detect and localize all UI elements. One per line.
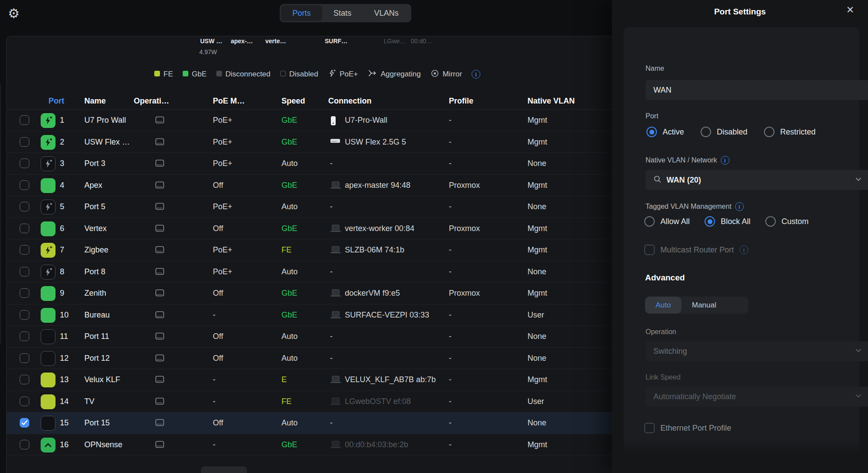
row-checkbox[interactable] — [20, 115, 29, 125]
tagged-vlan-option-block-all[interactable]: Block All — [705, 216, 750, 227]
radio-selected[interactable] — [646, 127, 657, 137]
background-card-edge — [0, 83, 1, 345]
row-checkbox[interactable] — [20, 202, 29, 211]
tagged-vlan-option-custom[interactable]: Custom — [765, 216, 809, 227]
radio-unselected[interactable] — [765, 216, 776, 227]
column-header-nativevlan[interactable]: Native VLAN — [528, 97, 575, 106]
table-row[interactable]: 11Port 11OffAuto--None — [7, 326, 612, 348]
device-operation-icon — [154, 159, 165, 170]
radio-selected[interactable] — [705, 216, 715, 227]
port-settings-panel: Port Settings ✕ Name WAN Port ActiveDisa… — [612, 0, 868, 473]
poe-mode: Off — [213, 218, 223, 240]
port-state-option-active[interactable]: Active — [646, 127, 684, 137]
poe-mode: PoE+ — [213, 261, 233, 283]
radio-label: Disabled — [717, 128, 747, 137]
table-row[interactable]: 7ZigbeePoE+FESLZB-06M 74:1b-Mgmt — [7, 239, 612, 261]
connection-name: vertex-worker 00:84 — [345, 218, 414, 240]
radio-unselected[interactable] — [644, 216, 655, 227]
speed-value: GbE — [281, 110, 297, 131]
table-row[interactable]: 2USW Flex …PoE+GbEUSW Flex 2.5G 5-Mgmt — [7, 131, 612, 153]
ethernet-port-profile-checkbox-row[interactable]: Ethernet Port Profile — [644, 423, 731, 433]
port-status-icon-green — [41, 178, 56, 193]
native-vlan-value: Mgmt — [528, 110, 547, 131]
poe-mode: - — [213, 304, 215, 326]
column-header-speed[interactable]: Speed — [281, 97, 305, 106]
row-checkbox[interactable] — [20, 440, 29, 449]
port-status-icon-poe-off — [41, 200, 56, 214]
column-header-connection[interactable]: Connection — [328, 97, 372, 106]
row-checkbox[interactable] — [20, 137, 29, 147]
info-icon[interactable]: i — [472, 70, 480, 79]
row-checkbox[interactable] — [20, 288, 29, 298]
close-icon[interactable]: ✕ — [846, 4, 854, 16]
profile-value: - — [449, 391, 451, 413]
row-checkbox[interactable] — [20, 331, 29, 341]
native-vlan-select[interactable]: WAN (20) — [646, 170, 868, 190]
table-row[interactable]: 16OPNsense-GbE00:d0:b4:03:be:2b-Mgmt — [7, 434, 612, 456]
info-icon[interactable]: i — [721, 156, 729, 165]
row-checkbox[interactable] — [20, 310, 29, 320]
multicast-router-checkbox[interactable] — [644, 245, 655, 255]
poe-bolt-icon — [328, 69, 336, 79]
table-row[interactable]: 6VertexOffGbEvertex-worker 00:84ProxmoxM… — [7, 218, 612, 240]
port-name: USW Flex … — [84, 131, 130, 153]
multicast-router-checkbox-row[interactable]: Multicast Router Port i — [644, 245, 748, 255]
info-icon[interactable]: i — [740, 245, 748, 254]
port-state-label: Port — [646, 112, 658, 120]
tab-ports[interactable]: Ports — [281, 5, 322, 21]
poe-mode: - — [213, 369, 215, 391]
column-header-port[interactable]: Port — [49, 97, 64, 106]
pagination-stub[interactable] — [201, 466, 247, 473]
legend-label: Disconnected — [226, 70, 271, 79]
port-state-radio-group: ActiveDisabledRestricted — [646, 127, 816, 137]
settings-gear-icon[interactable]: ⚙ — [8, 7, 20, 20]
port-name: Zenith — [84, 283, 106, 304]
port-status-icon-empty — [41, 329, 56, 344]
table-row[interactable]: 14TV-FELGwebOSTV ef:08-User — [7, 391, 612, 413]
radio-unselected[interactable] — [701, 127, 711, 137]
column-header-profile[interactable]: Profile — [449, 97, 473, 106]
ethernet-port-profile-checkbox[interactable] — [644, 423, 655, 433]
client-ap-icon — [330, 116, 337, 128]
name-input[interactable]: WAN — [646, 80, 868, 100]
table-row[interactable]: 9ZenithOffGbEdockerVM f9:e5ProxmoxMgmt — [7, 283, 612, 304]
port-name: Bureau — [84, 304, 110, 326]
toggle-option-auto[interactable]: Auto — [645, 297, 681, 314]
table-row[interactable]: 13Velux KLF-EVELUX_KLF_AB7B ab:7b-Mgmt — [7, 369, 612, 391]
table-row[interactable]: 5Port 5PoE+Auto--None — [7, 196, 612, 218]
tagged-vlan-option-allow-all[interactable]: Allow All — [644, 216, 690, 227]
connection-name: - — [330, 196, 333, 218]
profile-value: Proxmox — [449, 283, 480, 304]
table-row[interactable]: 12Port 12OffAuto--None — [7, 348, 612, 369]
row-checkbox[interactable] — [20, 375, 29, 384]
port-state-option-disabled[interactable]: Disabled — [701, 127, 747, 137]
table-row[interactable]: 1U7 Pro WallPoE+GbEU7-Pro-Wall-Mgmt — [7, 110, 612, 131]
row-checkbox[interactable] — [20, 353, 29, 363]
column-header-operati[interactable]: Operati… — [134, 97, 169, 106]
info-icon[interactable]: i — [735, 202, 744, 211]
poe-mode: PoE+ — [213, 110, 233, 131]
table-row[interactable]: 4ApexOffGbEapex-master 94:48ProxmoxMgmt — [7, 175, 612, 197]
radio-unselected[interactable] — [764, 127, 774, 137]
native-vlan-value: WAN (20) — [667, 176, 701, 185]
tab-stats[interactable]: Stats — [322, 5, 363, 21]
table-row[interactable]: 8Port 8PoE+Auto--None — [7, 261, 612, 283]
column-header-poem[interactable]: PoE M… — [213, 97, 245, 106]
row-checkbox[interactable] — [20, 245, 29, 255]
row-checkbox[interactable] — [20, 418, 29, 428]
toggle-option-manual[interactable]: Manual — [681, 297, 727, 314]
row-checkbox[interactable] — [20, 180, 29, 190]
column-header-name[interactable]: Name — [84, 97, 106, 106]
row-checkbox[interactable] — [20, 397, 29, 406]
table-row[interactable]: 3Port 3PoE+Auto--None — [7, 153, 612, 175]
row-checkbox[interactable] — [20, 224, 29, 233]
table-row[interactable]: 10Bureau-GbESURFACE-VEZPI 03:33-User — [7, 304, 612, 326]
tab-vlans[interactable]: VLANs — [363, 5, 410, 21]
client-laptop-icon — [330, 311, 341, 321]
row-checkbox[interactable] — [20, 267, 29, 276]
port-state-option-restricted[interactable]: Restricted — [764, 127, 816, 137]
row-checkbox[interactable] — [20, 159, 29, 168]
port-status-icon-green — [41, 308, 56, 323]
table-row[interactable]: 15Port 15OffAuto--None — [7, 412, 612, 434]
profile-value: - — [449, 369, 451, 391]
